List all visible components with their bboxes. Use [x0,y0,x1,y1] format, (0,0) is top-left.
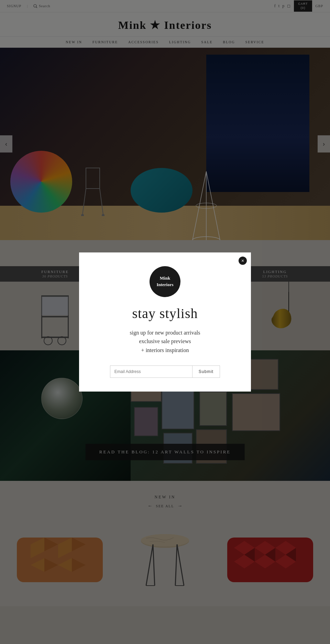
submit-button[interactable]: Submit [192,365,220,378]
modal-form: Submit [93,365,237,378]
modal-logo: MinkInteriors [150,266,180,297]
modal-dialog: × MinkInteriors stay stylish sign up for… [79,252,251,392]
modal-headline: stay stylish [93,305,237,321]
modal-close-button[interactable]: × [239,257,247,265]
modal-subtext: sign up for new product arrivalsexclusiv… [93,328,237,355]
email-input[interactable] [110,365,192,378]
modal-overlay: × MinkInteriors stay stylish sign up for… [0,0,330,644]
modal-logo-text: MinkInteriors [156,275,173,287]
